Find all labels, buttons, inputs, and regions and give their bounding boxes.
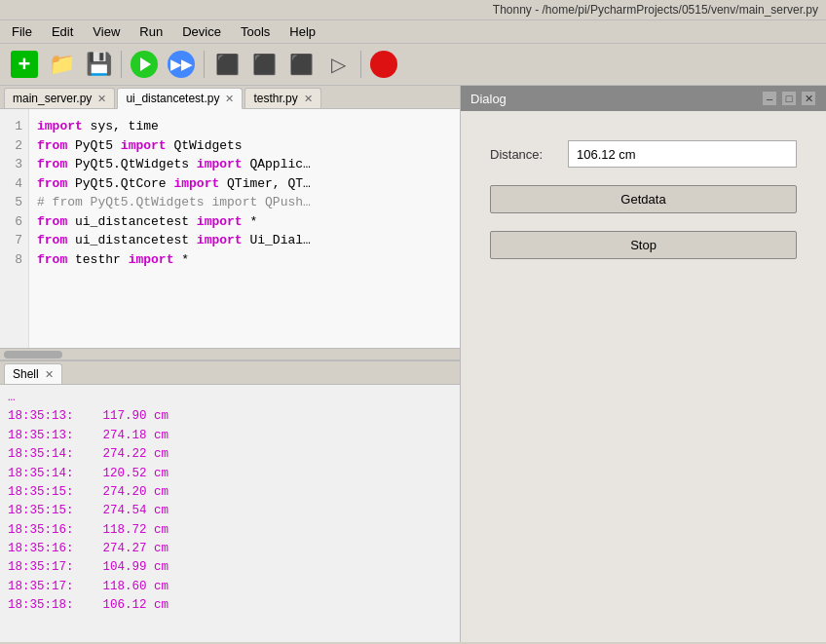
- kw-from-4: from: [37, 176, 67, 191]
- main-area: main_server.py ✕ ui_distancetest.py ✕ te…: [0, 86, 826, 642]
- code-line-7: from ui_distancetest import Ui_Dial…: [37, 231, 452, 250]
- dialog-minimize-button[interactable]: –: [762, 91, 777, 106]
- code-text-7a: ui_distancetest: [67, 233, 197, 247]
- step-into-button[interactable]: ⬛: [247, 48, 281, 81]
- scrollbar-thumb[interactable]: [4, 351, 62, 359]
- code-line-5: # from PyQt5.QtWidgets import QPush…: [37, 193, 452, 212]
- step-into-icon: ⬛: [252, 53, 277, 76]
- stop-icon: [370, 51, 397, 78]
- shell-line-7: 18:35:16: 118.72 cm: [8, 521, 452, 540]
- horizontal-scrollbar[interactable]: [0, 348, 460, 360]
- code-text-8b: *: [173, 252, 189, 267]
- separator-2: [204, 51, 205, 78]
- debug-icon: ▶▶: [168, 51, 195, 78]
- getdata-button[interactable]: Getdata: [490, 185, 797, 213]
- step-out-button[interactable]: ⬛: [284, 48, 318, 81]
- kw-import-2: import: [121, 138, 167, 153]
- stop-toolbar-button[interactable]: [367, 48, 400, 81]
- shell-line-10: 18:35:17: 118.60 cm: [8, 578, 452, 596]
- line-num-2: 2: [6, 136, 22, 156]
- stop-button[interactable]: Stop: [490, 231, 797, 259]
- shell-tab-label: Shell: [13, 367, 39, 381]
- menu-tools[interactable]: Tools: [237, 23, 274, 40]
- code-editor[interactable]: 1 2 3 4 5 6 7 8 import sys, time from Py…: [0, 109, 460, 348]
- separator-1: [121, 51, 122, 78]
- line-num-4: 4: [6, 174, 22, 194]
- tab-main-server[interactable]: main_server.py ✕: [4, 88, 115, 108]
- shell-line-1: 18:35:13: 117.90 cm: [8, 407, 452, 426]
- dialog-title: Dialog: [470, 92, 507, 106]
- shell-content[interactable]: … 18:35:13: 117.90 cm 18:35:13: 274.18 c…: [0, 385, 460, 642]
- dialog-body: Distance: Getdata Stop: [461, 111, 826, 642]
- tab-ui-distancetest[interactable]: ui_distancetest.py ✕: [117, 88, 243, 109]
- code-content[interactable]: import sys, time from PyQt5 import QtWid…: [29, 109, 460, 348]
- code-text-3b: QApplic…: [243, 157, 311, 171]
- tab-testhr[interactable]: testhr.py ✕: [244, 88, 320, 108]
- code-line-8: from testhr import *: [37, 250, 452, 270]
- line-numbers: 1 2 3 4 5 6 7 8: [0, 109, 29, 348]
- code-line-2: from PyQt5 import QtWidgets: [37, 136, 452, 156]
- save-button[interactable]: 💾: [82, 48, 115, 81]
- tab-testhr-close[interactable]: ✕: [304, 93, 313, 105]
- line-num-8: 8: [6, 250, 22, 270]
- line-num-6: 6: [6, 212, 22, 232]
- shell-line-8: 18:35:16: 274.27 cm: [8, 540, 452, 558]
- kw-from-8: from: [37, 252, 67, 267]
- new-file-button[interactable]: +: [8, 48, 41, 81]
- step-over-button[interactable]: ⬛: [210, 48, 244, 81]
- tab-ui-distancetest-label: ui_distancetest.py: [126, 92, 219, 105]
- code-text-6a: ui_distancetest: [67, 214, 197, 229]
- code-text-4b: QTimer, QT…: [219, 176, 311, 191]
- resume-button[interactable]: ▷: [321, 48, 355, 81]
- dialog-maximize-button[interactable]: □: [781, 91, 797, 106]
- new-file-icon: +: [11, 51, 38, 78]
- line-num-5: 5: [6, 193, 22, 212]
- menu-file[interactable]: File: [8, 23, 36, 40]
- kw-import-6: import: [197, 214, 243, 229]
- kw-import-8: import: [129, 252, 174, 267]
- line-num-7: 7: [6, 231, 22, 250]
- code-text-3a: PyQt5.QtWidgets: [67, 157, 197, 171]
- code-line-3: from PyQt5.QtWidgets import QApplic…: [37, 155, 452, 174]
- menu-view[interactable]: View: [89, 23, 124, 40]
- kw-import-4: import: [173, 176, 219, 191]
- shell-line-3: 18:35:14: 274.22 cm: [8, 445, 452, 464]
- toolbar: + 📁 💾 ▶▶ ⬛ ⬛ ⬛ ▷: [0, 44, 826, 86]
- code-text-4a: PyQt5.QtCore: [67, 176, 173, 191]
- line-num-3: 3: [6, 155, 22, 174]
- tab-main-server-label: main_server.py: [13, 92, 92, 105]
- code-text-6b: *: [243, 214, 258, 229]
- code-comment-5: # from PyQt5.QtWidgets import QPush…: [37, 195, 311, 209]
- resume-icon: ▷: [331, 53, 346, 76]
- menu-device[interactable]: Device: [178, 23, 225, 40]
- debug-button[interactable]: ▶▶: [165, 48, 198, 81]
- separator-3: [360, 51, 361, 78]
- step-over-icon: ⬛: [215, 53, 240, 76]
- open-file-button[interactable]: 📁: [45, 48, 78, 81]
- shell-tab-close[interactable]: ✕: [45, 368, 54, 381]
- title-bar: Thonny - /home/pi/PycharmProjects/0515/v…: [0, 0, 826, 20]
- code-text-2b: QtWidgets: [167, 138, 243, 153]
- shell-line-2: 18:35:13: 274.18 cm: [8, 427, 452, 445]
- shell-line-0: …: [8, 389, 452, 407]
- tab-shell[interactable]: Shell ✕: [4, 363, 62, 384]
- tab-ui-distancetest-close[interactable]: ✕: [225, 93, 234, 105]
- distance-input[interactable]: [568, 140, 797, 168]
- menu-edit[interactable]: Edit: [48, 23, 77, 40]
- code-text-8a: testhr: [67, 252, 128, 267]
- left-panel: main_server.py ✕ ui_distancetest.py ✕ te…: [0, 86, 461, 642]
- kw-from-6: from: [37, 214, 67, 229]
- distance-row: Distance:: [490, 140, 797, 168]
- menu-bar: File Edit View Run Device Tools Help: [0, 20, 826, 44]
- shell-tab-bar: Shell ✕: [0, 361, 460, 385]
- dialog-close-button[interactable]: ✕: [801, 91, 816, 106]
- menu-help[interactable]: Help: [285, 23, 319, 40]
- code-line-4: from PyQt5.QtCore import QTimer, QT…: [37, 174, 452, 194]
- shell-line-9: 18:35:17: 104.99 cm: [8, 558, 452, 577]
- run-button[interactable]: [128, 48, 161, 81]
- shell-line-11: 18:35:18: 106.12 cm: [8, 596, 452, 615]
- tab-main-server-close[interactable]: ✕: [97, 93, 106, 105]
- menu-run[interactable]: Run: [135, 23, 167, 40]
- kw-import-7: import: [197, 233, 243, 247]
- code-line-6: from ui_distancetest import *: [37, 212, 452, 232]
